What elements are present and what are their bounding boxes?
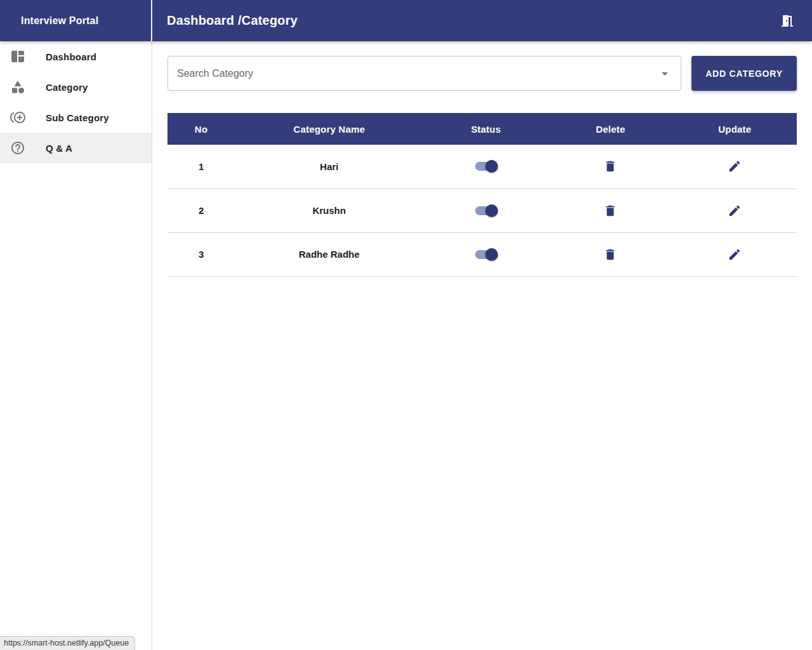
status-toggle[interactable]	[474, 159, 498, 173]
logout-button[interactable]	[777, 11, 797, 31]
search-select-placeholder: Search Category	[177, 68, 253, 79]
brand-title: Interview Portal	[21, 15, 98, 27]
column-header-update: Update	[673, 113, 797, 145]
table-row: 3 Radhe Radhe	[167, 232, 797, 276]
delete-button[interactable]	[601, 246, 619, 263]
pencil-icon	[728, 159, 742, 173]
cell-no: 3	[167, 232, 235, 276]
cell-name: Hari	[235, 145, 424, 189]
trash-icon	[603, 248, 617, 262]
column-header-status: Status	[424, 113, 548, 145]
control-point-duplicate-icon	[10, 110, 25, 125]
space-dashboard-icon	[10, 49, 25, 64]
breadcrumb: Dashboard /Category	[167, 13, 298, 28]
toggle-thumb	[485, 204, 498, 217]
cell-name: Krushn	[235, 189, 424, 232]
column-header-delete: Delete	[548, 113, 672, 145]
cell-no: 2	[167, 189, 235, 232]
table-header-row: No Category Name Status Delete Update	[167, 113, 797, 145]
link-preview-text: https://smart-host.netlify.app/Queue	[4, 639, 129, 647]
toggle-thumb	[485, 248, 498, 261]
add-category-button[interactable]: ADD CATEGORY	[691, 56, 797, 91]
update-button[interactable]	[726, 157, 743, 175]
link-preview-tooltip: https://smart-host.netlify.app/Queue	[0, 636, 135, 650]
brand-header: Interview Portal	[0, 0, 152, 41]
category-table-wrap: No Category Name Status Delete Update 1 …	[167, 113, 797, 277]
toggle-thumb	[485, 160, 498, 173]
delete-button[interactable]	[601, 202, 619, 220]
cell-name: Radhe Radhe	[235, 232, 424, 276]
status-toggle[interactable]	[474, 204, 498, 218]
top-bar: Dashboard /Category	[152, 0, 812, 41]
pencil-icon	[728, 248, 742, 262]
status-toggle[interactable]	[474, 248, 498, 262]
trash-icon	[603, 159, 617, 173]
table-row: 2 Krushn	[167, 189, 797, 232]
sidebar-item-label: Category	[46, 82, 88, 93]
sidebar: Dashboard Category Sub Category	[0, 41, 152, 650]
category-table: No Category Name Status Delete Update 1 …	[167, 113, 797, 277]
meeting-room-icon	[780, 13, 795, 29]
table-row: 1 Hari	[167, 145, 797, 189]
sidebar-item-label: Sub Category	[46, 112, 109, 123]
arrow-drop-down-icon	[657, 66, 672, 81]
category-icon	[10, 79, 25, 95]
sidebar-item-label: Q & A	[46, 143, 72, 154]
search-category-select[interactable]: Search Category	[167, 56, 681, 91]
trash-icon	[603, 204, 617, 218]
sidebar-item-dashboard[interactable]: Dashboard	[0, 41, 152, 72]
app-bar: Interview Portal Dashboard /Category	[0, 0, 812, 41]
sidebar-item-qa[interactable]: Q & A	[0, 133, 152, 163]
toolbar: Search Category ADD CATEGORY	[167, 56, 797, 91]
sidebar-item-sub-category[interactable]: Sub Category	[0, 102, 152, 133]
pencil-icon	[728, 204, 742, 218]
update-button[interactable]	[726, 202, 743, 220]
delete-button[interactable]	[601, 157, 619, 175]
column-header-name: Category Name	[235, 113, 424, 145]
update-button[interactable]	[726, 246, 743, 263]
main-content: Search Category ADD CATEGORY No Category…	[153, 41, 812, 650]
column-header-no: No	[167, 113, 235, 145]
cell-no: 1	[167, 145, 235, 189]
sidebar-item-category[interactable]: Category	[0, 72, 152, 102]
help-outline-icon	[10, 140, 25, 156]
sidebar-item-label: Dashboard	[46, 51, 96, 62]
